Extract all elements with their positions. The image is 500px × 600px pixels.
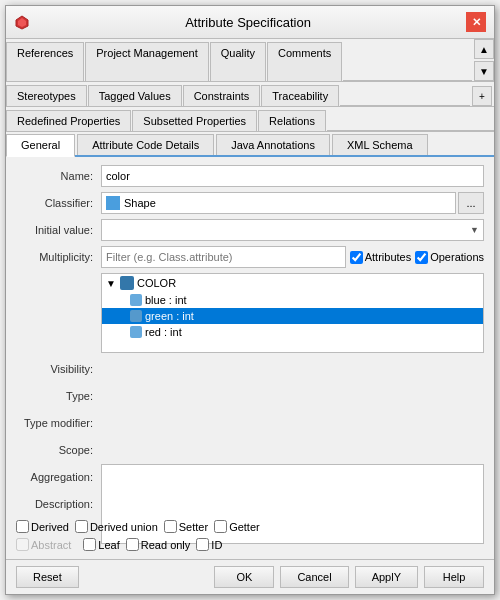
attribute-specification-dialog: Attribute Specification ✕ References Pro… [5,5,495,595]
description-row: Description: [16,493,484,515]
type-modifier-row: Type modifier: [16,412,484,434]
id-checkbox-label[interactable]: ID [196,538,222,551]
tree-blue-label: blue : int [145,294,187,306]
initial-value-row: Initial value: ▼ [16,219,484,241]
tab-subsetted-properties[interactable]: Subsetted Properties [132,110,257,131]
type-row: Type: [16,385,484,407]
derived-union-checkbox[interactable] [75,520,88,533]
title-bar: Attribute Specification ✕ [6,6,494,39]
setter-label: Setter [179,521,208,533]
dialog-title: Attribute Specification [30,15,466,30]
abstract-checkbox-label: Abstract [16,538,71,551]
tree-red-icon [130,326,142,338]
getter-checkbox-label[interactable]: Getter [214,520,260,533]
tab-java-annotations[interactable]: Java Annotations [216,134,330,155]
classifier-row: Classifier: Shape ... [16,192,484,214]
tree-item-green[interactable]: green : int [102,308,483,324]
tab-project-management[interactable]: Project Management [85,42,209,81]
initial-value-label: Initial value: [16,224,101,236]
initial-value-combo[interactable]: ▼ [101,219,484,241]
tab-quality[interactable]: Quality [210,42,266,81]
checkboxes-row-1: Derived Derived union Setter Getter [16,520,484,533]
getter-checkbox[interactable] [214,520,227,533]
setter-checkbox[interactable] [164,520,177,533]
tab-constraints[interactable]: Constraints [183,85,261,106]
name-input[interactable] [101,165,484,187]
derived-checkbox-label[interactable]: Derived [16,520,69,533]
reset-button[interactable]: Reset [16,566,79,588]
tree-blue-icon [130,294,142,306]
tab-references[interactable]: References [6,42,84,81]
attributes-label: Attributes [365,251,411,263]
tabs-row-1: References Project Management Quality Co… [6,39,494,82]
classifier-field-wrapper: Shape ... [101,192,484,214]
visibility-row: Visibility: [16,358,484,380]
sidebar-btn-2[interactable]: ▼ [474,61,494,81]
id-label: ID [211,539,222,551]
getter-label: Getter [229,521,260,533]
classifier-input[interactable]: Shape [101,192,456,214]
tab-redefined-properties[interactable]: Redefined Properties [6,110,131,131]
tree-item-red[interactable]: red : int [102,324,483,340]
leaf-checkbox-label[interactable]: Leaf [83,538,119,551]
leaf-label: Leaf [98,539,119,551]
aggregation-label: Aggregation: [16,471,101,483]
combo-arrow-icon: ▼ [470,225,479,235]
read-only-checkbox-label[interactable]: Read only [126,538,191,551]
tree-root-icon [120,276,134,290]
tab-comments[interactable]: Comments [267,42,342,81]
main-content: Name: Classifier: Shape ... Initial valu… [6,157,494,559]
id-checkbox[interactable] [196,538,209,551]
apply-button[interactable]: ApplY [355,566,418,588]
sidebar-btn-1[interactable]: ▲ [474,39,494,59]
tab-tagged-values[interactable]: Tagged Values [88,85,182,106]
close-button[interactable]: ✕ [466,12,486,32]
description-label: Description: [16,498,101,510]
derived-union-label: Derived union [90,521,158,533]
abstract-checkbox [16,538,29,551]
sidebar-btn-plus[interactable]: + [472,86,492,106]
tab-general[interactable]: General [6,134,75,157]
read-only-label: Read only [141,539,191,551]
multiplicity-label: Multiplicity: [16,251,101,263]
tree-item-blue[interactable]: blue : int [102,292,483,308]
tree-view[interactable]: ▼ COLOR blue : int green : int red [101,273,484,353]
ok-button[interactable]: OK [214,566,274,588]
tree-root-label: COLOR [137,277,176,289]
setter-checkbox-label[interactable]: Setter [164,520,208,533]
visibility-label: Visibility: [16,363,101,375]
filter-input[interactable] [101,246,346,268]
tabs-row-2: Stereotypes Tagged Values Constraints Tr… [6,82,494,107]
tabs-row-3: Redefined Properties Subsetted Propertie… [6,107,494,132]
app-icon [14,14,30,30]
tab-traceability[interactable]: Traceability [261,85,339,106]
help-button[interactable]: Help [424,566,484,588]
read-only-checkbox[interactable] [126,538,139,551]
tab-attribute-code-details[interactable]: Attribute Code Details [77,134,214,155]
name-label: Name: [16,170,101,182]
leaf-checkbox[interactable] [83,538,96,551]
classifier-browse-button[interactable]: ... [458,192,484,214]
attributes-checkbox-label[interactable]: Attributes [350,251,411,264]
tab-stereotypes[interactable]: Stereotypes [6,85,87,106]
tab-xml-schema[interactable]: XML Schema [332,134,428,155]
derived-checkbox[interactable] [16,520,29,533]
tree-green-icon [130,310,142,322]
checkboxes-row-2: Abstract Leaf Read only ID [16,538,484,551]
name-row: Name: [16,165,484,187]
derived-union-checkbox-label[interactable]: Derived union [75,520,158,533]
classifier-label: Classifier: [16,197,101,209]
attributes-checkbox[interactable] [350,251,363,264]
operations-checkbox[interactable] [415,251,428,264]
tree-expand-icon: ▼ [106,278,120,289]
operations-label: Operations [430,251,484,263]
type-label: Type: [16,390,101,402]
abstract-label: Abstract [31,539,71,551]
multiplicity-row: Multiplicity: Attributes Operations [16,246,484,268]
scope-row: Scope: [16,439,484,461]
bottom-buttons-bar: Reset OK Cancel ApplY Help [6,559,494,594]
tree-root-item[interactable]: ▼ COLOR [102,274,483,292]
tab-relations[interactable]: Relations [258,110,326,131]
operations-checkbox-label[interactable]: Operations [415,251,484,264]
cancel-button[interactable]: Cancel [280,566,348,588]
